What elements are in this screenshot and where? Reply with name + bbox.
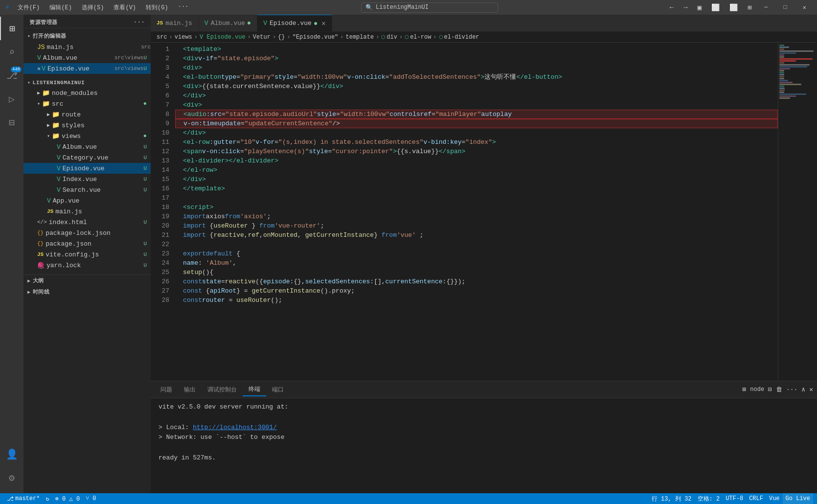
panel-collapse-icon[interactable]: ∧ xyxy=(801,386,805,393)
breadcrumb-views[interactable]: views xyxy=(175,34,192,41)
code-content[interactable]: <template> <div v-if="state.episode"> <d… xyxy=(175,43,778,381)
breadcrumb-src[interactable]: src xyxy=(157,34,167,41)
modified-indicator: U xyxy=(143,176,147,182)
tab-episode-vue[interactable]: V Episode.vue ● ✕ xyxy=(257,15,332,31)
panel-tab-ports[interactable]: 端口 xyxy=(266,384,290,396)
tree-main-js[interactable]: JS main.js xyxy=(23,206,151,217)
layout-btn4[interactable]: ⊞ xyxy=(745,2,754,13)
status-remote[interactable]: ⑂ 0 xyxy=(83,493,99,504)
tree-index-vue[interactable]: V Index.vue U xyxy=(23,174,151,184)
tree-search-vue[interactable]: V Search.vue U xyxy=(23,184,151,195)
breadcrumb-elrow[interactable]: ⬡ el-row xyxy=(405,34,431,41)
nav-forward[interactable]: → xyxy=(681,2,690,12)
status-line-ending[interactable]: CRLF xyxy=(746,493,766,504)
status-go-live[interactable]: Go Live xyxy=(783,493,813,504)
activity-source-control[interactable]: ⎇ 448 xyxy=(0,64,23,87)
open-editor-episode-vue[interactable]: ✕ V Episode.vue src\views U xyxy=(23,63,151,74)
tree-category-vue[interactable]: V Category.vue U xyxy=(23,152,151,163)
win-maximize[interactable]: □ xyxy=(778,0,793,15)
activity-account[interactable]: 👤 xyxy=(0,442,23,466)
activity-run[interactable]: ▷ xyxy=(0,87,23,111)
panel-tab-debug[interactable]: 调试控制台 xyxy=(202,384,243,396)
win-minimize[interactable]: ─ xyxy=(758,0,773,15)
panel-close-icon[interactable]: ✕ xyxy=(809,386,813,393)
activity-settings[interactable]: ⚙ xyxy=(0,466,23,489)
breadcrumb-file[interactable]: V Episode.vue xyxy=(200,34,246,41)
status-position[interactable]: 行 13, 列 32 xyxy=(649,493,695,504)
open-editors-section: ▾ 打开的编辑器 JS main.js src V Album.vue src\… xyxy=(23,28,151,76)
open-editor-album-vue[interactable]: V Album.vue src\views U xyxy=(23,52,151,63)
search-box-text[interactable]: ListeningMainUI xyxy=(376,4,429,11)
tree-yarn-lock[interactable]: 🧶 yarn.lock U xyxy=(23,260,151,271)
file-label: index.html xyxy=(49,219,144,226)
breadcrumb-eldivider[interactable]: ⬡ el-divider xyxy=(439,34,479,41)
panel-tab-output[interactable]: 输出 xyxy=(178,384,202,396)
breadcrumb-sep9: › xyxy=(433,34,436,41)
tab-close-btn[interactable]: ✕ xyxy=(321,19,325,27)
tree-package-lock-json[interactable]: {} package-lock.json xyxy=(23,228,151,238)
vue-icon: V xyxy=(47,197,51,205)
explorer-more-btn[interactable]: ··· xyxy=(134,19,145,26)
timeline-header[interactable]: ▶ 时间线 xyxy=(23,286,151,298)
yarn-icon: 🧶 xyxy=(37,262,45,269)
status-sync[interactable]: ↻ xyxy=(43,493,52,504)
activity-extensions[interactable]: ⊟ xyxy=(0,111,23,134)
folder-icon: 📁 xyxy=(52,111,60,118)
tree-album-vue[interactable]: V Album.vue U xyxy=(23,141,151,152)
nav-back[interactable]: ← xyxy=(667,2,677,12)
panel-tab-terminal[interactable]: 终端 xyxy=(243,383,266,396)
status-encoding[interactable]: UTF-8 xyxy=(723,493,746,504)
breadcrumb-sep3: › xyxy=(248,34,251,41)
tab-album-vue[interactable]: V Album.vue ● xyxy=(199,15,257,31)
tab-bar: JS main.js V Album.vue ● V Episode.vue ●… xyxy=(151,15,817,32)
tree-vite-config[interactable]: JS vite.config.js U xyxy=(23,249,151,260)
breadcrumb-div[interactable]: ⬡ div xyxy=(381,34,397,41)
panel-layout-icon[interactable]: ⊞ xyxy=(742,386,746,393)
panel-more-icon[interactable]: ··· xyxy=(786,386,797,393)
run-icon: ▷ xyxy=(9,93,15,105)
outline-header[interactable]: ▶ 大纲 xyxy=(23,275,151,286)
breadcrumb-episode-str[interactable]: "Episode.vue" xyxy=(293,34,339,41)
status-indent[interactable]: 空格: 2 xyxy=(695,493,723,504)
tree-package-json[interactable]: {} package.json U xyxy=(23,238,151,249)
status-language[interactable]: Vue xyxy=(766,493,783,504)
open-editor-main-js[interactable]: JS main.js src xyxy=(23,42,151,52)
menu-view[interactable]: 查看(V) xyxy=(110,2,140,13)
panel-tab-problems[interactable]: 问题 xyxy=(155,384,178,396)
menu-more[interactable]: ··· xyxy=(174,2,193,13)
timeline-arrow: ▶ xyxy=(27,289,31,295)
tree-index-html[interactable]: </> index.html U xyxy=(23,217,151,228)
menu-edit[interactable]: 编辑(E) xyxy=(45,2,76,13)
layout-btn3[interactable]: ⬜ xyxy=(726,2,741,13)
menu-goto[interactable]: 转到(G) xyxy=(142,2,172,13)
activity-explorer[interactable]: ⊞ xyxy=(0,17,23,40)
panel-split-icon[interactable]: ⊟ xyxy=(768,386,772,393)
activity-search[interactable]: ⌕ xyxy=(0,40,23,64)
tree-styles[interactable]: ▶ 📁 styles xyxy=(23,120,151,131)
tab-main-js[interactable]: JS main.js xyxy=(151,15,199,31)
js-file-icon: JS xyxy=(37,44,45,51)
tree-src[interactable]: ▾ 📁 src ● xyxy=(23,98,151,109)
breadcrumb-braces[interactable]: {} xyxy=(278,34,285,41)
status-git-branch[interactable]: ⎇ master* xyxy=(4,493,43,504)
project-header[interactable]: ▾ LISTENINGMAINUI xyxy=(23,78,151,88)
status-errors[interactable]: ⊗ 0 △ 0 xyxy=(52,493,83,504)
panel-trash-icon[interactable]: 🗑 xyxy=(776,386,782,393)
tree-route[interactable]: ▶ 📁 route xyxy=(23,109,151,120)
layout-btn2[interactable]: ⬜ xyxy=(708,2,723,13)
layout-btn1[interactable]: ▣ xyxy=(694,2,704,13)
open-editors-header[interactable]: ▾ 打开的编辑器 xyxy=(23,30,151,42)
win-close[interactable]: ✕ xyxy=(797,0,812,15)
menu-file[interactable]: 文件(F) xyxy=(14,2,44,13)
close-icon[interactable]: ✕ xyxy=(37,65,41,72)
localhost-link[interactable]: http://localhost:3001/ xyxy=(193,424,277,431)
tree-node-modules[interactable]: ▶ 📁 node_modules xyxy=(23,88,151,98)
file-label: Index.vue xyxy=(63,176,144,183)
tree-app-vue[interactable]: V App.vue xyxy=(23,195,151,206)
file-label: Search.vue xyxy=(63,186,144,194)
tree-views[interactable]: ▾ 📁 views ● xyxy=(23,131,151,141)
breadcrumb-template[interactable]: template xyxy=(346,34,374,41)
menu-select[interactable]: 选择(S) xyxy=(78,2,108,13)
tree-episode-vue[interactable]: V Episode.vue U xyxy=(23,163,151,174)
breadcrumb-vetur[interactable]: Vetur xyxy=(253,34,271,41)
